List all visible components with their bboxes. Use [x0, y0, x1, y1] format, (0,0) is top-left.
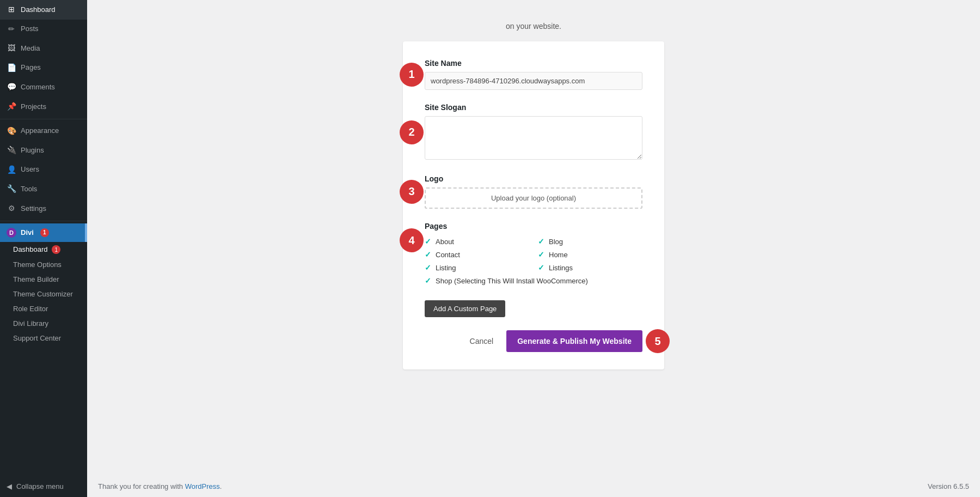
sidebar-item-label: Projects — [21, 102, 46, 112]
sidebar-item-theme-builder[interactable]: Theme Builder — [0, 272, 87, 287]
form-buttons-row: Cancel Generate & Publish My Website 5 — [425, 330, 642, 352]
page-item-listing: ✓ Listing — [425, 263, 529, 272]
sidebar-item-dashboard[interactable]: ⊞ Dashboard — [0, 0, 87, 20]
media-icon: 🖼 — [7, 43, 16, 54]
footer-text: Thank you for creating with WordPress. — [98, 482, 222, 490]
check-home: ✓ — [538, 250, 544, 259]
wordpress-link[interactable]: WordPress — [185, 482, 220, 490]
users-icon: 👤 — [7, 165, 16, 175]
sidebar-item-theme-options[interactable]: Theme Options — [0, 257, 87, 272]
step-4-badge: 4 — [400, 228, 424, 252]
theme-options-label: Theme Options — [13, 260, 62, 269]
sidebar-divider-2 — [0, 221, 87, 221]
check-listing: ✓ — [425, 263, 431, 272]
step-1-badge: 1 — [400, 63, 424, 87]
theme-builder-label: Theme Builder — [13, 275, 59, 283]
page-label-blog: Blog — [549, 238, 563, 246]
page-footer: Thank you for creating with WordPress. V… — [87, 476, 980, 497]
settings-icon: ⚙ — [7, 203, 16, 214]
upload-logo-button[interactable]: Upload your logo (optional) — [425, 187, 642, 209]
version-text: Version 6.5.5 — [928, 482, 969, 490]
sidebar-item-label: Media — [21, 44, 40, 53]
divi-logo: D — [7, 228, 16, 238]
page-label-shop: Shop (Selecting This Will Install WooCom… — [436, 277, 588, 285]
page-label-home: Home — [549, 251, 568, 259]
sidebar-divider-1 — [0, 119, 87, 119]
sidebar-item-pages[interactable]: 📄 Pages — [0, 58, 87, 78]
sidebar-item-label: Users — [21, 165, 39, 174]
page-label-listings: Listings — [549, 264, 573, 272]
divi-badge: 1 — [40, 228, 49, 237]
add-custom-page-button[interactable]: Add A Custom Page — [425, 300, 505, 317]
sidebar-item-role-editor[interactable]: Role Editor — [0, 301, 87, 316]
collapse-label: Collapse menu — [16, 482, 64, 490]
divi-label: Divi — [21, 228, 34, 237]
pages-icon: 📄 — [7, 63, 16, 74]
page-label-listing: Listing — [436, 264, 456, 272]
generate-button-wrapper: Generate & Publish My Website 5 — [506, 330, 642, 352]
page-label-about: About — [436, 238, 454, 246]
posts-icon: ✏ — [7, 24, 16, 35]
dashboard-icon: ⊞ — [7, 4, 16, 15]
pages-container: Pages ✓ About ✓ Blog — [425, 222, 642, 285]
sidebar-item-comments[interactable]: 💬 Comments — [0, 77, 87, 97]
form-card-wrapper: 1 Site Name 2 Site Slogan — [403, 41, 664, 369]
sidebar-item-label: Settings — [21, 204, 46, 214]
page-item-shop: ✓ Shop (Selecting This Will Install WooC… — [425, 276, 642, 285]
top-text: on your website. — [289, 22, 779, 31]
sidebar-item-label: Tools — [21, 184, 37, 194]
site-slogan-label: Site Slogan — [425, 103, 642, 112]
sidebar-item-plugins[interactable]: 🔌 Plugins — [0, 141, 87, 160]
sidebar-item-projects[interactable]: 📌 Projects — [0, 97, 87, 117]
site-name-input[interactable] — [425, 72, 642, 90]
check-listings: ✓ — [538, 263, 544, 272]
logo-label: Logo — [425, 174, 642, 183]
site-slogan-input[interactable] — [425, 116, 642, 160]
page-label-contact: Contact — [436, 251, 460, 259]
pages-label: Pages — [425, 222, 642, 231]
sidebar-item-theme-customizer[interactable]: Theme Customizer — [0, 287, 87, 301]
support-center-label: Support Center — [13, 334, 61, 342]
sidebar-item-appearance[interactable]: 🎨 Appearance — [0, 122, 87, 141]
divi-library-label: Divi Library — [13, 319, 48, 328]
tools-icon: 🔧 — [7, 184, 16, 195]
check-contact: ✓ — [425, 250, 431, 259]
main-content: on your website. 1 Site Name 2 — [87, 0, 980, 497]
logo-section: 3 Logo Upload your logo (optional) — [425, 174, 642, 209]
step-2-badge: 2 — [400, 120, 424, 144]
page-item-listings: ✓ Listings — [538, 263, 642, 272]
footer-text-after: . — [220, 482, 222, 490]
sidebar-item-divi-library[interactable]: Divi Library — [0, 316, 87, 331]
site-name-section: 1 Site Name — [425, 59, 642, 90]
sidebar-item-tools[interactable]: 🔧 Tools — [0, 179, 87, 199]
sidebar-item-label: Pages — [21, 63, 41, 72]
sidebar-item-posts[interactable]: ✏ Posts — [0, 20, 87, 39]
sidebar-item-users[interactable]: 👤 Users — [0, 160, 87, 180]
check-about: ✓ — [425, 237, 431, 246]
plugins-icon: 🔌 — [7, 145, 16, 156]
generate-publish-button[interactable]: Generate & Publish My Website — [506, 330, 642, 352]
cancel-button[interactable]: Cancel — [463, 332, 500, 350]
divi-dashboard-label: Dashboard — [13, 245, 48, 253]
sidebar-item-label: Dashboard — [21, 5, 56, 15]
sidebar-item-settings[interactable]: ⚙ Settings — [0, 199, 87, 219]
site-slogan-section: 2 Site Slogan — [425, 103, 642, 161]
sidebar-item-label: Comments — [21, 82, 55, 92]
sidebar-item-divi-dashboard[interactable]: Dashboard 1 — [0, 242, 87, 258]
appearance-icon: 🎨 — [7, 126, 16, 137]
role-editor-label: Role Editor — [13, 305, 48, 313]
pages-section: 4 Pages ✓ About ✓ Blog — [425, 222, 642, 317]
sidebar: ⊞ Dashboard ✏ Posts 🖼 Media 📄 Pages 💬 Co… — [0, 0, 87, 497]
sidebar-item-label: Plugins — [21, 146, 44, 155]
check-blog: ✓ — [538, 237, 544, 246]
content-area: on your website. 1 Site Name 2 — [289, 11, 779, 369]
sidebar-item-support-center[interactable]: Support Center — [0, 331, 87, 346]
projects-icon: 📌 — [7, 101, 16, 112]
form-card: 1 Site Name 2 Site Slogan — [403, 41, 664, 369]
divi-menu-header[interactable]: D Divi 1 — [0, 223, 87, 242]
collapse-menu-button[interactable]: ◀ Collapse menu — [0, 476, 87, 497]
footer-text-before: Thank you for creating with — [98, 482, 185, 490]
sidebar-item-media[interactable]: 🖼 Media — [0, 39, 87, 58]
page-item-home: ✓ Home — [538, 250, 642, 259]
comments-icon: 💬 — [7, 82, 16, 93]
